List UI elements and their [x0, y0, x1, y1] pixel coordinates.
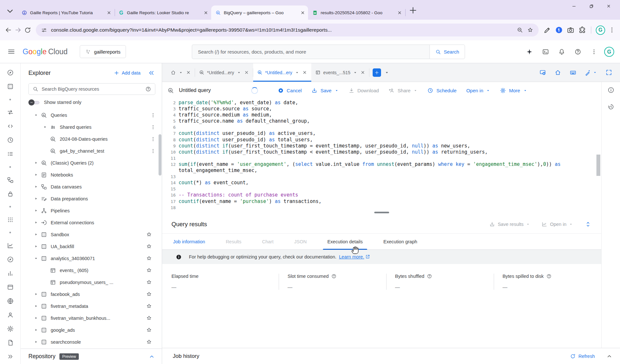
code-line-5[interactable]: 5traffic_source.name as default_channel_… — [162, 118, 601, 124]
code-line-2[interactable]: 2parse_date('%Y%m%d', event_date) as dat… — [162, 100, 601, 106]
star-icon[interactable] — [146, 315, 152, 321]
code-line-16[interactable]: 16-- Transactions: count of purchase eve… — [162, 192, 601, 198]
pencil-extension-icon[interactable] — [543, 26, 552, 34]
expand-rail-icon[interactable] — [7, 353, 14, 360]
collapse-job-history-icon[interactable] — [606, 353, 613, 360]
zoom-icon[interactable] — [517, 27, 523, 33]
star-icon[interactable] — [146, 255, 152, 261]
tree-item-ga4-by-channel-test[interactable]: ga4_by_channel_test — [21, 145, 162, 157]
code-line-13[interactable]: 13 — [162, 174, 601, 180]
tab-close-icon[interactable] — [397, 10, 402, 15]
code-line-7[interactable]: 7count(distinct user_pseudo_id) as activ… — [162, 130, 601, 136]
expand-arrow-icon[interactable] — [32, 232, 40, 237]
web-globe-icon[interactable] — [7, 298, 14, 305]
tree-item-classic-queries-2[interactable]: (Classic) Queries (2) — [21, 157, 162, 169]
tree-item-fivetran-metadata[interactable]: fivetran_metadata — [21, 300, 162, 312]
show-starred-toggle[interactable]: – — [28, 100, 40, 105]
explorer-scrollbar[interactable] — [159, 134, 161, 176]
row-menu-icon[interactable] — [150, 136, 156, 142]
expand-arrow-icon[interactable] — [32, 197, 40, 201]
gemini-sparkle-icon[interactable] — [523, 46, 535, 58]
tree-item-facebook-ads[interactable]: facebook_ads — [21, 288, 162, 300]
admin-person-icon[interactable] — [7, 311, 14, 318]
open-in-new-window-icon[interactable] — [539, 69, 546, 76]
restore-button[interactable] — [583, 0, 600, 12]
results-tab-execution-graph[interactable]: Execution graph — [373, 234, 428, 249]
tab-close-icon[interactable] — [203, 10, 209, 15]
fullscreen-icon[interactable] — [605, 69, 612, 76]
expand-arrow-icon[interactable] — [32, 340, 40, 344]
expand-arrow-icon[interactable] — [32, 328, 40, 332]
browser-tab-1[interactable]: Gaille Reports | YouTube Tutoria — [17, 5, 114, 20]
tree-item-data-canvases[interactable]: Data canvases — [21, 181, 162, 193]
cancel-button[interactable]: Cancel — [273, 84, 307, 96]
collapse-arrow-icon[interactable] — [32, 113, 40, 117]
schedule-button[interactable]: Schedule — [422, 84, 461, 96]
back-icon[interactable] — [5, 26, 12, 34]
editor-tab-2[interactable]: *Untitled...ery — [253, 63, 311, 82]
help-icon[interactable] — [427, 274, 432, 279]
camera-extension-icon[interactable] — [566, 26, 575, 34]
editor-scrollbar[interactable] — [596, 155, 600, 176]
console-window-icon[interactable] — [7, 284, 14, 291]
help-icon[interactable] — [331, 274, 336, 279]
header-more-icon[interactable] — [588, 46, 600, 58]
new-query-tab-button[interactable] — [373, 68, 381, 77]
close-tab-icon[interactable] — [244, 70, 249, 75]
star-icon[interactable] — [146, 231, 152, 238]
expand-arrow-icon[interactable] — [32, 161, 40, 165]
code-line-14[interactable]: 14count(*) as event_count, — [162, 180, 601, 186]
code-line-3[interactable]: 3traffic_source.source as source, — [162, 106, 601, 112]
tab-close-icon[interactable] — [300, 10, 305, 15]
sql-editor-icon[interactable] — [7, 123, 14, 130]
expand-arrow-icon[interactable] — [32, 208, 40, 213]
code-line-4[interactable]: 4traffic_source.medium as medium, — [162, 112, 601, 118]
tree-item-fivetran-vitamin-bunkhous[interactable]: fivetran_vitamin_bunkhous... — [21, 312, 162, 324]
star-icon[interactable] — [146, 279, 152, 285]
code-line-wrap[interactable]: total_engagement_time_msec, — [162, 167, 601, 174]
query-history-icon[interactable] — [607, 103, 615, 110]
editor-home-icon[interactable] — [554, 69, 561, 76]
query-info-icon[interactable] — [607, 86, 615, 94]
open-in-button[interactable]: Open in — [461, 84, 495, 96]
password-extension-icon[interactable] — [555, 26, 563, 34]
chevron-down-icon[interactable] — [179, 70, 183, 75]
star-icon[interactable] — [146, 243, 152, 249]
chevron-down-icon[interactable] — [295, 70, 299, 75]
google-cloud-logo[interactable]: GoogleCloud — [23, 47, 67, 56]
bookmark-star-icon[interactable] — [527, 27, 533, 33]
cloud-shell-icon[interactable] — [540, 46, 551, 58]
help-icon[interactable] — [572, 46, 584, 58]
tree-item-google-ads[interactable]: google_ads — [21, 324, 162, 336]
sql-editor[interactable]: 2parse_date('%Y%m%d', event_date) as dat… — [162, 99, 601, 210]
tree-item-analytics-340360071[interactable]: analytics_340360071 — [21, 252, 162, 264]
code-line-12[interactable]: 12sum(if(event_name = 'user_engagement',… — [162, 161, 601, 167]
tree-item-data-preparations[interactable]: Data preparations — [21, 193, 162, 205]
tab-close-icon[interactable] — [106, 10, 112, 15]
notifications-bell-icon[interactable] — [556, 46, 567, 58]
code-line-11[interactable]: 11 — [162, 155, 601, 161]
code-line-10[interactable]: 10count(distinct if(user_first_touch_tim… — [162, 149, 601, 155]
results-tab-execution-details[interactable]: Execution details — [317, 234, 373, 249]
apps-grid-icon[interactable] — [7, 216, 14, 223]
explorer-search-input[interactable]: Search BigQuery resources — [28, 83, 155, 95]
code-line-18[interactable]: 18 — [162, 205, 601, 211]
repository-expand-icon[interactable] — [148, 353, 155, 360]
search-help-icon[interactable] — [145, 86, 151, 92]
expand-arrow-icon[interactable] — [32, 316, 40, 320]
discover-compass-icon[interactable] — [7, 256, 14, 263]
editor-home-tab[interactable] — [167, 63, 195, 82]
browser-menu-icon[interactable] — [608, 26, 615, 34]
expand-arrow-icon[interactable] — [41, 125, 49, 129]
star-icon[interactable] — [146, 327, 152, 333]
tree-item-sandbox[interactable]: Sandbox — [21, 228, 162, 240]
forward-icon[interactable] — [14, 26, 22, 34]
expand-results-icon[interactable] — [584, 221, 592, 228]
drag-handle[interactable] — [374, 212, 389, 213]
tree-item-shared-queries[interactable]: Shared queries — [21, 121, 162, 133]
hamburger-menu-icon[interactable] — [7, 47, 16, 56]
extensions-puzzle-icon[interactable] — [578, 26, 586, 34]
gemini-assist-icon[interactable] — [585, 69, 597, 76]
minimize-button[interactable] — [565, 0, 583, 12]
editor-tab-1[interactable]: *Untitled...ery — [195, 63, 253, 82]
